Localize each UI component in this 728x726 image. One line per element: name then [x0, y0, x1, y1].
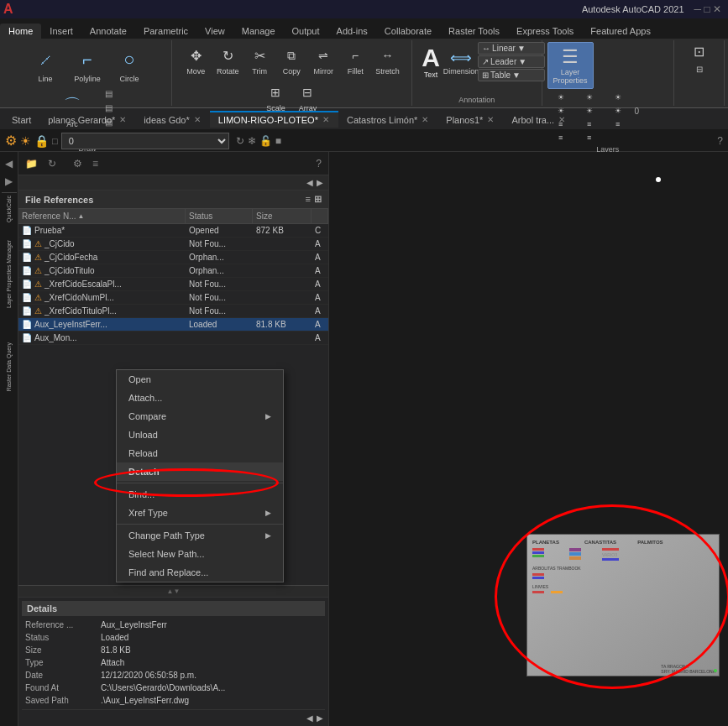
fillet-button[interactable]: ⌐ Fillet — [340, 42, 370, 77]
copy-button[interactable]: ⧉ Copy — [276, 42, 306, 77]
layer-properties-button[interactable]: ☰ LayerProperties — [547, 42, 594, 89]
ctx-unload[interactable]: Unload — [117, 426, 283, 444]
tab-output[interactable]: Output — [284, 24, 328, 39]
ref-row-cjcidotitulo[interactable]: 📄 ⚠ _CjCidoTitulo Orphan... A — [18, 264, 328, 278]
close-arbol[interactable]: ✕ — [558, 115, 566, 124]
block-btn[interactable]: ⊡ — [686, 42, 713, 61]
close-planos1[interactable]: ✕ — [486, 115, 495, 124]
tab-collaborate[interactable]: Collaborate — [376, 24, 440, 39]
lock-icon[interactable]: 🔒 — [34, 134, 49, 148]
scale-button[interactable]: ⊞ Scale — [260, 79, 291, 114]
polyline-button[interactable]: ⌐ Polyline — [67, 42, 107, 86]
tab-arbol[interactable]: Arbol tra... ✕ — [503, 111, 574, 128]
tab-manage[interactable]: Manage — [233, 24, 284, 39]
layer-btn-5[interactable]: ☀ — [576, 105, 603, 118]
tab-raster[interactable]: Raster Tools — [440, 24, 508, 39]
layer-mgr-vert-btn[interactable]: Layer Properties Manager — [6, 240, 12, 308]
col-size-header[interactable]: Size — [253, 209, 312, 223]
ctx-bind[interactable]: Bind... — [117, 485, 283, 504]
tab-ideas[interactable]: ideas Gdo* ✕ — [135, 111, 209, 128]
tab-catastros[interactable]: Catastros Limón* ✕ — [338, 111, 437, 128]
search-icon[interactable]: ⚙ — [5, 133, 17, 149]
window-controls[interactable]: ─ □ ✕ — [694, 3, 721, 15]
layer-lock-icon[interactable]: 🔓 — [259, 135, 272, 147]
drawing-area[interactable]: PLANETAS CANASTITAS PALMITOS — [329, 152, 728, 726]
text-button[interactable]: A Text — [417, 43, 444, 81]
tab-addins[interactable]: Add-ins — [328, 24, 376, 39]
tab-start[interactable]: Start — [3, 111, 39, 128]
layer-dropdown[interactable]: 0 — [61, 133, 229, 149]
layer-btn-3[interactable]: ☀ — [605, 91, 631, 103]
ref-row-prueba[interactable]: 📄 Prueba* Opened 872 KB C — [18, 224, 328, 238]
nav-prev-arrow[interactable]: ◀ — [305, 177, 315, 188]
tab-home[interactable]: Home — [0, 24, 41, 39]
raster-vert-btn[interactable]: Raster Data Query — [6, 342, 12, 391]
leader-linear-dropdown[interactable]: ↔ Linear ▼ — [478, 42, 545, 55]
tab-limon[interactable]: LIMON-RIGO-PLOTEO* ✕ — [210, 111, 338, 128]
dimension-button[interactable]: ⟺ Dimension — [448, 46, 474, 78]
panel-list-icon[interactable]: ≡ — [89, 156, 102, 171]
expand-panel-btn[interactable]: ◀ — [1, 155, 18, 172]
block-btn2[interactable]: ⊟ — [686, 63, 713, 76]
close-planos[interactable]: ✕ — [118, 115, 127, 124]
panel-resize[interactable]: ▲▼ — [18, 585, 328, 597]
layer-btn-2[interactable]: ☀ — [576, 91, 603, 103]
layer-tool-2[interactable]: ≡ — [576, 118, 603, 130]
close-ideas[interactable]: ✕ — [193, 115, 202, 124]
layer-btn-1[interactable]: ☀ — [547, 91, 574, 103]
quickcalc-vert-btn[interactable]: QuickCalc — [6, 196, 12, 222]
draw-extra-1[interactable]: ▤ — [96, 87, 123, 100]
close-limon[interactable]: ✕ — [322, 115, 330, 124]
sun-icon[interactable]: ☀ — [20, 134, 31, 148]
col-status-header[interactable]: Status — [186, 209, 253, 223]
ref-row-aux-leye[interactable]: 📄 Aux_LeyeInstFerr... Loaded 81.8 KB A — [18, 318, 328, 332]
help-icon[interactable]: ? — [717, 135, 723, 147]
line-button[interactable]: ⟋ Line — [25, 42, 65, 86]
tab-annotate[interactable]: Annotate — [81, 24, 135, 39]
ref-row-xref1[interactable]: 📄 ⚠ _XrefCidoEscalaPl... Not Fou... A — [18, 278, 328, 291]
collapse-panel-btn[interactable]: ▶ — [1, 173, 18, 190]
col-name-header[interactable]: Reference N... ▲ — [18, 209, 186, 223]
tab-planos1[interactable]: Planos1* ✕ — [437, 111, 503, 128]
tree-view-icon[interactable]: ⊞ — [314, 194, 322, 205]
nav-next-arrow[interactable]: ▶ — [315, 177, 325, 188]
ctx-detach[interactable]: Detach — [117, 462, 283, 481]
close-catastros[interactable]: ✕ — [421, 115, 429, 124]
details-prev[interactable]: ◀ — [305, 713, 315, 723]
panel-folder-icon[interactable]: 📁 — [22, 156, 41, 171]
circle-button[interactable]: ○ Circle — [109, 42, 149, 86]
layer-tool-4[interactable]: ≡ — [547, 132, 574, 144]
tab-planos[interactable]: planos Gerardo* ✕ — [39, 111, 135, 128]
move-button[interactable]: ✥ Move — [181, 42, 211, 77]
leader-dropdown[interactable]: ↗ Leader ▼ — [478, 55, 545, 68]
layer-freeze-icon[interactable]: ❄ — [248, 135, 256, 147]
ctx-change-path[interactable]: Change Path Type ▶ — [117, 526, 283, 545]
refresh-icon[interactable]: ↻ — [236, 135, 244, 147]
ctx-xref-type[interactable]: Xref Type ▶ — [117, 504, 283, 522]
ctx-select-new[interactable]: Select New Path... — [117, 545, 283, 563]
ref-row-xref3[interactable]: 📄 ⚠ _XrefCidoTituloPl... Not Fou... A — [18, 305, 328, 318]
tab-view[interactable]: View — [196, 24, 233, 39]
panel-refresh-icon[interactable]: ↻ — [45, 156, 60, 171]
trim-button[interactable]: ✂ Trim — [244, 42, 275, 77]
tab-featured[interactable]: Featured Apps — [582, 24, 659, 39]
array-button[interactable]: ⊟ Array — [292, 79, 322, 114]
ctx-reload[interactable]: Reload — [117, 444, 283, 462]
panel-settings-icon[interactable]: ⚙ — [70, 156, 86, 171]
mirror-button[interactable]: ⇌ Mirror — [308, 42, 338, 77]
tab-parametric[interactable]: Parametric — [135, 24, 196, 39]
ref-row-aux-mon[interactable]: 📄 Aux_Mon... A — [18, 332, 328, 345]
ref-row-cjcidofecha[interactable]: 📄 ⚠ _CjCidoFecha Orphan... A — [18, 251, 328, 264]
tab-express[interactable]: Express Tools — [508, 24, 582, 39]
layer-btn-6[interactable]: ☀ — [605, 105, 631, 118]
ref-row-xref2[interactable]: 📄 ⚠ _XrefCidoNumPl... Not Fou... A — [18, 291, 328, 305]
panel-help-icon[interactable]: ? — [312, 156, 325, 171]
tab-insert[interactable]: Insert — [41, 24, 81, 39]
ref-row-cjcido[interactable]: 📄 ⚠ _CjCido Not Fou... A — [18, 238, 328, 251]
layer-color-icon[interactable]: ■ — [275, 135, 281, 147]
list-view-icon[interactable]: ≡ — [306, 194, 311, 205]
layer-tool-5[interactable]: ≡ — [576, 132, 603, 144]
rotate-button[interactable]: ↻ Rotate — [212, 42, 243, 77]
ctx-compare[interactable]: Compare ▶ — [117, 407, 283, 426]
stretch-button[interactable]: ↔ Stretch — [372, 42, 403, 77]
